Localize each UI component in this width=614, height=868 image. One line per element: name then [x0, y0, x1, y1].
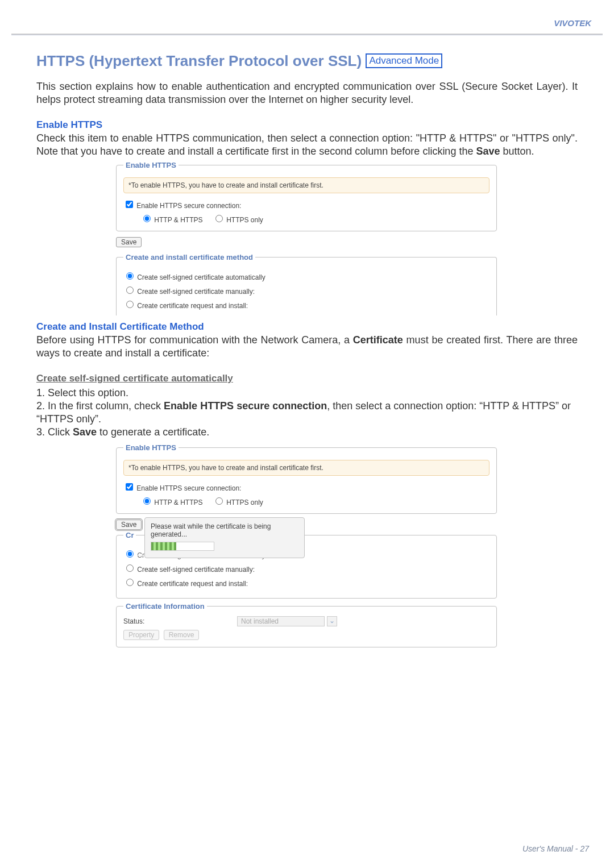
fieldset-enable-2: Enable HTTPS *To enable HTTPS, you have …: [116, 443, 497, 514]
radio-cert-manual-label-2: Create self-signed certificate manually:: [137, 566, 255, 574]
section-certmethod-body-a: Before using HTTPS for communication wit…: [36, 334, 353, 346]
property-button[interactable]: Property: [123, 630, 159, 640]
brand-label: VIVOTEK: [0, 0, 614, 34]
fieldset-cert-method-legend-clipped: Cr: [123, 531, 136, 539]
status-label: Status:: [123, 617, 237, 625]
status-value: Not installed: [237, 616, 325, 626]
radio-cert-manual-label: Create self-signed certificate manually:: [137, 288, 255, 296]
radio-http-and-https-label-2: HTTP & HTTPS: [154, 499, 202, 506]
radio-https-only[interactable]: [215, 215, 223, 222]
footer-page: 27: [580, 844, 589, 853]
radio-cert-auto-label: Create self-signed certificate automatic…: [137, 273, 265, 281]
section-certmethod-body: Before using HTTPS for communication wit…: [36, 334, 578, 359]
radio-http-and-https-2[interactable]: [143, 497, 151, 505]
save-button-2[interactable]: Save: [116, 520, 142, 530]
radio-cert-request[interactable]: [126, 301, 134, 308]
progress-text-1: Please wait while the certificate is bei…: [151, 522, 298, 530]
fieldset-cert-method: Create and install certificate method Cr…: [116, 253, 497, 315]
progress-dialog: Please wait while the certificate is bei…: [144, 517, 305, 558]
step-3a: 3. Click: [36, 426, 73, 438]
step-2: 2. In the first column, check Enable HTT…: [36, 400, 578, 426]
radio-http-and-https-label: HTTP & HTTPS: [154, 216, 202, 224]
section-enable-body-b: button.: [500, 146, 534, 157]
note-certificate-first: *To enable HTTPS, you have to create and…: [123, 177, 489, 193]
section-certmethod-body-bold: Certificate: [353, 334, 403, 346]
page-title-main: HTTPS (Hypertext Transfer Protocol over …: [36, 52, 362, 69]
fieldset-cert-method-legend: Create and install certificate method: [123, 253, 255, 261]
radio-cert-manual-2[interactable]: [126, 564, 134, 572]
section-enable-body-bold: Save: [476, 146, 500, 157]
intro-paragraph: This section explains how to enable auth…: [36, 80, 578, 106]
radio-https-only-label: HTTPS only: [226, 216, 263, 224]
radio-https-only-label-2: HTTPS only: [226, 499, 263, 506]
radio-https-only-2[interactable]: [215, 497, 223, 505]
footer: User's Manual - 27: [522, 844, 589, 853]
step-1: 1. Select this option.: [36, 387, 578, 400]
progress-bar: [151, 542, 214, 551]
enable-https-checkbox-label-2: Enable HTTPS secure connection:: [136, 484, 241, 492]
enable-https-checkbox-2[interactable]: [126, 483, 133, 491]
progress-text-2: generated...: [151, 530, 298, 538]
section-certmethod-heading: Create and Install Certificate Method: [36, 321, 578, 333]
enable-https-checkbox[interactable]: [126, 201, 133, 208]
section-enable-heading: Enable HTTPS: [36, 119, 578, 131]
step-2bold: Enable HTTPS secure connection: [164, 400, 327, 412]
save-button[interactable]: Save: [116, 237, 142, 247]
enable-https-checkbox-label: Enable HTTPS secure connection:: [136, 202, 241, 210]
remove-button[interactable]: Remove: [164, 630, 200, 640]
footer-label: User's Manual -: [522, 844, 580, 853]
note-certificate-first-2: *To enable HTTPS, you have to create and…: [123, 460, 489, 476]
step-3b: to generate a certificate.: [97, 426, 209, 438]
page-title: HTTPS (Hypertext Transfer Protocol over …: [36, 52, 578, 70]
radio-cert-auto[interactable]: [126, 272, 134, 280]
subheading-auto: Create self-signed certificate automatic…: [36, 373, 578, 384]
advanced-mode-badge: Advanced Mode: [366, 53, 442, 68]
radio-http-and-https[interactable]: [143, 215, 151, 222]
screenshot-enable-https: Enable HTTPS *To enable HTTPS, you have …: [116, 161, 497, 315]
step-3: 3. Click Save to generate a certificate.: [36, 426, 578, 439]
steps-list: 1. Select this option. 2. In the first c…: [36, 387, 578, 439]
chevron-down-icon[interactable]: ⌄: [327, 616, 337, 626]
fieldset-enable: Enable HTTPS *To enable HTTPS, you have …: [116, 161, 497, 231]
step-3bold: Save: [73, 426, 97, 438]
section-enable-body: Check this item to enable HTTPS communic…: [36, 132, 578, 157]
radio-cert-request-label: Create certificate request and install:: [137, 302, 248, 310]
fieldset-cert-info-legend: Certificate Information: [123, 602, 207, 610]
radio-cert-manual[interactable]: [126, 286, 134, 294]
screenshot-generating: Enable HTTPS *To enable HTTPS, you have …: [116, 443, 497, 647]
radio-cert-auto-2[interactable]: [126, 550, 134, 558]
fieldset-cert-info: Certificate Information Status: Not inst…: [116, 602, 497, 647]
step-2a: 2. In the first column, check: [36, 400, 164, 412]
fieldset-enable-legend: Enable HTTPS: [123, 161, 179, 169]
radio-cert-request-2[interactable]: [126, 579, 134, 586]
radio-cert-request-label-2: Create certificate request and install:: [137, 580, 248, 588]
fieldset-enable-legend-2: Enable HTTPS: [123, 443, 179, 452]
header-separator: [11, 34, 603, 35]
progress-fill: [151, 542, 176, 550]
